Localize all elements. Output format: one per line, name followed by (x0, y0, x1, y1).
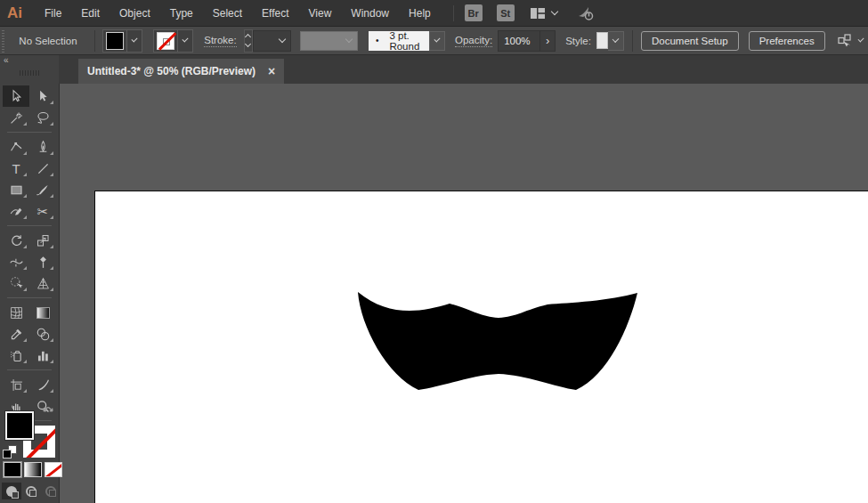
drawing-mode-row (2, 483, 61, 499)
brush-definition-box[interactable]: • 3 pt. Round (369, 31, 429, 51)
mesh-tool[interactable] (3, 302, 29, 323)
pen-tool[interactable] (3, 136, 29, 158)
rotate-tool[interactable] (3, 230, 29, 251)
magic-wand-tool[interactable] (3, 107, 29, 128)
fill-dropdown-button[interactable] (126, 29, 142, 53)
stroke-dropdown-button[interactable] (177, 29, 192, 53)
stroke-weight-dropdown[interactable] (253, 30, 291, 52)
perspective-grid-tool[interactable] (29, 272, 56, 294)
default-fill-chip (3, 450, 12, 458)
menu-item-type[interactable]: Type (160, 1, 203, 26)
document-tab[interactable]: Untitled-3* @ 50% (RGB/Preview) × (78, 59, 284, 84)
mesh-tool-icon (9, 305, 24, 320)
color-button[interactable] (4, 462, 21, 477)
width-tool[interactable] (3, 251, 29, 272)
direct-selection-tool-icon (36, 89, 51, 104)
opacity-input[interactable]: 100% (499, 36, 539, 46)
bridge-button[interactable]: Br (465, 4, 483, 21)
menu-item-select[interactable]: Select (203, 1, 252, 26)
stroke-label[interactable]: Stroke: (204, 35, 236, 47)
style-swatch[interactable] (596, 32, 608, 49)
perspective-grid-tool-icon (36, 276, 51, 291)
sync-settings-icon (577, 4, 595, 22)
draw-normal-button[interactable] (2, 483, 21, 499)
paintbrush-tool-icon (36, 183, 51, 198)
rectangle-tool[interactable] (3, 179, 29, 200)
symbol-sprayer-tool[interactable] (3, 345, 29, 366)
illustrator-window: Ai FileEditObjectTypeSelectEffectViewWin… (0, 0, 868, 503)
workspace-chevron-down-icon[interactable] (550, 8, 557, 15)
workspace-switcher-icon[interactable] (529, 4, 547, 22)
menu-item-file[interactable]: File (35, 1, 71, 26)
preferences-button[interactable]: Preferences (749, 31, 825, 51)
pencil-tool[interactable] (3, 200, 29, 222)
slice-tool-icon (36, 377, 51, 393)
blend-tool[interactable] (29, 323, 56, 345)
eyedropper-tool[interactable] (3, 323, 29, 345)
mustache-shape[interactable] (352, 287, 645, 398)
document-setup-button[interactable]: Document Setup (641, 31, 739, 51)
toolbar-panel: T✂ (0, 84, 59, 503)
menu-item-object[interactable]: Object (110, 1, 160, 26)
paintbrush-tool[interactable] (29, 179, 56, 200)
lasso-tool[interactable] (29, 107, 56, 128)
menu-bar: Ai FileEditObjectTypeSelectEffectViewWin… (0, 0, 868, 27)
fill-color-swatch[interactable] (5, 411, 34, 440)
shape-builder-tool[interactable] (3, 272, 29, 294)
fill-swatch[interactable] (106, 32, 124, 50)
direct-selection-tool[interactable] (29, 85, 56, 107)
toolbar-separator (7, 369, 52, 370)
toolbar-separator (7, 297, 52, 298)
column-graph-tool[interactable] (29, 345, 56, 366)
type-tool-icon: T (12, 162, 20, 175)
menu-item-help[interactable]: Help (399, 1, 441, 26)
none-button[interactable] (45, 462, 62, 477)
type-tool[interactable]: T (3, 158, 29, 179)
gradient-button[interactable] (24, 462, 42, 477)
default-fill-stroke-icon[interactable] (3, 445, 17, 458)
menu-item-window[interactable]: Window (341, 1, 399, 26)
tab-row: « Untitled-3* @ 50% (RGB/Preview) × (0, 55, 868, 84)
slice-tool[interactable] (29, 374, 56, 395)
toolbar-panel-header[interactable]: « (0, 55, 59, 84)
stepper-down-icon[interactable] (245, 41, 251, 47)
scale-tool[interactable] (29, 230, 56, 251)
eyedropper-tool-icon (9, 327, 24, 342)
selection-tool-icon (9, 89, 24, 104)
select-similar-icon[interactable] (836, 32, 854, 50)
mustache-path (358, 292, 637, 390)
selection-tool[interactable] (3, 85, 29, 107)
stepper-up-icon[interactable] (245, 34, 251, 40)
opacity-arrow-button[interactable]: › (539, 31, 555, 51)
fill-color-control (102, 29, 142, 53)
illustrator-logo: Ai (7, 4, 22, 22)
opacity-control: 100% › (498, 30, 556, 52)
stock-button[interactable]: St (497, 4, 515, 21)
main-menu: FileEditObjectTypeSelectEffectViewWindow… (35, 1, 441, 26)
stroke-swatch-none[interactable] (157, 32, 174, 50)
stroke-weight-stepper[interactable] (244, 29, 253, 53)
line-segment-tool[interactable] (29, 158, 56, 179)
curvature-tool[interactable] (29, 136, 56, 158)
draw-behind-icon (26, 486, 37, 497)
toolbar-grip[interactable] (20, 70, 39, 76)
magic-wand-tool-icon (9, 110, 24, 126)
draw-behind-button[interactable] (21, 483, 41, 499)
menu-item-effect[interactable]: Effect (252, 1, 298, 26)
puppet-warp-tool[interactable] (29, 251, 56, 272)
gradient-tool[interactable] (29, 302, 56, 323)
menu-item-edit[interactable]: Edit (71, 1, 110, 26)
chevron-down-icon[interactable] (279, 36, 286, 43)
scissors-tool[interactable]: ✂ (29, 200, 56, 222)
brush-dropdown-button[interactable] (429, 31, 445, 51)
collapse-panel-icon[interactable]: « (4, 55, 8, 65)
opacity-label[interactable]: Opacity: (455, 35, 492, 47)
style-dropdown-button[interactable] (608, 31, 624, 51)
control-bar-grip[interactable] (2, 29, 4, 53)
menu-item-view[interactable]: View (299, 1, 342, 26)
swap-fill-stroke-icon[interactable] (41, 406, 55, 420)
tab-close-icon[interactable]: × (268, 64, 275, 78)
select-similar-chevron-icon[interactable] (857, 36, 864, 42)
artboard-tool[interactable] (3, 374, 29, 395)
toolbar-separator (7, 132, 52, 133)
